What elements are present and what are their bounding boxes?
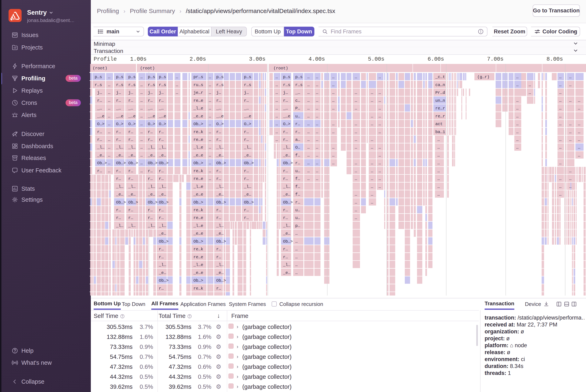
svg-text:r…: r… — [216, 208, 221, 212]
svg-text:…: … — [378, 106, 381, 111]
svg-text:_e…: _e… — [244, 192, 251, 197]
svg-text:r…: r… — [128, 130, 133, 134]
svg-text:…: … — [516, 145, 519, 150]
svg-text:p…s: p…s — [159, 75, 166, 80]
svg-text:f…: f… — [295, 192, 300, 197]
svg-text:_l…e: _l…e — [193, 145, 203, 150]
svg-text:r…: r… — [116, 176, 121, 181]
svg-text:r…s: r…s — [116, 83, 123, 87]
svg-text:…: … — [275, 138, 278, 142]
svg-text:…: … — [108, 138, 110, 142]
svg-text:…: … — [332, 90, 335, 95]
svg-text:_l…: _l… — [216, 224, 224, 228]
svg-text:…: … — [355, 176, 357, 181]
svg-text:…: … — [355, 161, 357, 166]
svg-text:_e…: _e… — [116, 153, 123, 158]
svg-text:Ob…>: Ob…> — [193, 122, 203, 126]
svg-text:…: … — [378, 176, 381, 181]
svg-text:_l…e: _l…e — [193, 224, 203, 228]
svg-text:_l…e: _l…e — [193, 262, 203, 267]
svg-text:…: … — [332, 153, 335, 158]
svg-text:_l…: _l… — [216, 184, 224, 189]
svg-text:…: … — [437, 138, 440, 142]
svg-text:…: … — [516, 138, 519, 142]
svg-text:…: … — [108, 153, 110, 158]
svg-text:…: … — [307, 176, 310, 181]
svg-text:…: … — [355, 216, 357, 220]
svg-text:…: … — [307, 114, 310, 119]
svg-text:…: … — [209, 90, 211, 95]
svg-text:…: … — [516, 83, 519, 87]
svg-text:_l…: _l… — [216, 145, 224, 150]
svg-text:_e…: _e… — [159, 270, 166, 275]
svg-text:re…e: re…e — [193, 255, 203, 260]
svg-text:j…: j… — [97, 90, 102, 95]
svg-text:u…: u… — [295, 208, 300, 212]
svg-text:_e…e: _e…e — [193, 192, 203, 197]
svg-text:…: … — [176, 83, 178, 87]
svg-text:…: … — [295, 231, 298, 236]
svg-text:…: … — [437, 184, 440, 189]
svg-text:…: … — [209, 176, 211, 181]
svg-text:…: … — [355, 106, 357, 111]
svg-text:…: … — [378, 153, 381, 158]
svg-text:r…: r… — [148, 138, 153, 142]
svg-text:Ob…>: Ob…> — [159, 161, 169, 166]
svg-text:ca…n: ca…n — [435, 83, 445, 87]
svg-text:…: … — [371, 169, 373, 174]
svg-text:j…: j… — [148, 90, 153, 95]
svg-text:…: … — [371, 138, 373, 142]
svg-text:p…s: p…s — [295, 75, 303, 80]
svg-text:…: … — [209, 114, 211, 119]
svg-text:_l…: _l… — [159, 145, 166, 150]
svg-text:Ob…>: Ob…> — [193, 239, 203, 244]
svg-text:…: … — [140, 153, 143, 158]
svg-text:r…: r… — [216, 247, 221, 252]
svg-text:r…: r… — [148, 98, 153, 103]
svg-text:p…s: p…s — [116, 75, 123, 80]
svg-text:…: … — [559, 114, 561, 119]
svg-text:p…s: p…s — [128, 75, 136, 80]
svg-text:re…k: re…k — [193, 247, 203, 252]
svg-text:r…: r… — [159, 169, 164, 174]
svg-text:…: … — [332, 106, 335, 111]
svg-text:ba…1: ba…1 — [435, 130, 445, 134]
svg-text:…: … — [578, 106, 580, 111]
svg-text:…: … — [559, 184, 561, 189]
svg-text:a…: a… — [295, 138, 300, 142]
svg-text:…: … — [378, 161, 381, 166]
svg-text:…: … — [371, 90, 373, 95]
svg-text:…: … — [578, 98, 580, 103]
svg-text:r…: r… — [148, 130, 153, 134]
svg-text:_l…: _l… — [148, 224, 155, 228]
svg-text:_…: _… — [216, 106, 221, 111]
svg-text:…: … — [437, 176, 440, 181]
svg-text:_e…e: _e…e — [193, 231, 203, 236]
svg-text:_e…: _e… — [283, 270, 290, 275]
svg-text:_l…: _l… — [148, 145, 155, 150]
svg-text:_l…e: _l…e — [193, 106, 203, 111]
svg-text:j…: j… — [244, 90, 249, 95]
svg-text:r…: r… — [128, 176, 133, 181]
svg-text:re…k: re…k — [193, 130, 203, 134]
svg-text:r…s: r…s — [148, 83, 155, 87]
svg-text:…: … — [569, 98, 571, 103]
svg-text:_e…: _e… — [283, 192, 290, 197]
svg-text:re…e: re…e — [193, 176, 203, 181]
svg-text:_e…: _e… — [97, 153, 105, 158]
svg-text:…: … — [316, 161, 318, 166]
svg-text:Ob…>: Ob…> — [193, 161, 203, 166]
svg-text:_e…: _e… — [216, 231, 224, 236]
svg-text:_…: _… — [283, 106, 288, 111]
svg-text:…: … — [307, 169, 310, 174]
svg-text:r…: r… — [97, 169, 102, 174]
svg-text:j…: j… — [159, 90, 164, 95]
svg-text:…: … — [355, 138, 357, 142]
svg-text:…: … — [275, 90, 278, 95]
svg-text:…: … — [108, 75, 110, 80]
svg-text:r…: r… — [97, 130, 102, 134]
svg-text:…: … — [140, 83, 143, 87]
svg-text:…: … — [378, 130, 381, 134]
svg-text:…: … — [295, 239, 298, 244]
svg-text:…: … — [378, 122, 381, 126]
